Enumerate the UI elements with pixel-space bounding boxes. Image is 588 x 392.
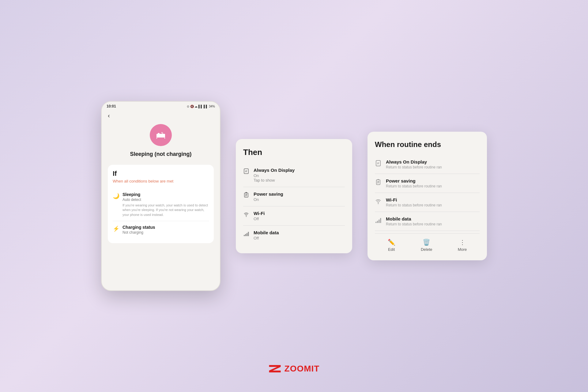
then-item-mobiledata[interactable]: Mobile data Off bbox=[243, 226, 345, 245]
status-icons: ⊙ 🔇 ☁ ▌▌ ▌▌ 34% bbox=[187, 105, 215, 108]
more-label: More bbox=[458, 247, 467, 252]
svg-rect-28 bbox=[377, 221, 378, 223]
then-wifi-title: Wi-Fi bbox=[254, 211, 345, 216]
condition-sleeping[interactable]: 🌙 Sleeping Auto detect If you're wearing… bbox=[113, 188, 209, 221]
then-title: Then bbox=[243, 148, 345, 157]
back-button[interactable]: ‹ bbox=[108, 112, 214, 119]
ends-wifi-content: Wi-Fi Return to status before routine ra… bbox=[386, 197, 480, 207]
ends-md-content: Mobile data Return to status before rout… bbox=[386, 216, 480, 226]
then-aod-title: Always On Display bbox=[254, 168, 345, 173]
svg-marker-31 bbox=[269, 365, 281, 372]
svg-rect-25 bbox=[378, 179, 379, 180]
ends-item-mobiledata[interactable]: Mobile data Return to status before rout… bbox=[375, 212, 480, 231]
ends-item-wifi[interactable]: Wi-Fi Return to status before routine ra… bbox=[375, 193, 480, 212]
phone-content: ‹ Sleeping (not charging) bbox=[102, 110, 220, 290]
ends-ps-title: Power saving bbox=[386, 178, 480, 183]
svg-rect-18 bbox=[376, 160, 380, 166]
then-md-value: Off bbox=[254, 236, 345, 240]
ends-wifi-subtitle: Return to status before routine ran bbox=[386, 203, 480, 207]
then-item-powersaving[interactable]: Power saving On bbox=[243, 187, 345, 206]
edit-icon: ✏️ bbox=[388, 239, 395, 246]
when-ends-title: When routine ends bbox=[375, 140, 480, 149]
routine-icon-container bbox=[108, 124, 214, 146]
ends-md-title: Mobile data bbox=[386, 216, 480, 221]
svg-rect-17 bbox=[248, 232, 249, 236]
status-icon-set: ⊙ 🔇 ☁ ▌▌ ▌▌ 34% bbox=[187, 105, 215, 108]
svg-point-13 bbox=[246, 216, 247, 217]
then-ps-title: Power saving bbox=[254, 191, 345, 197]
zoomit-brand-text: ZOOMIT bbox=[285, 364, 320, 374]
ends-aod-content: Always On Display Return to status befor… bbox=[386, 159, 480, 169]
then-ps-value: On bbox=[254, 197, 345, 202]
ends-footer: ✏️ Edit 🗑️ Delete ⋮ More bbox=[375, 233, 480, 252]
svg-rect-5 bbox=[244, 169, 248, 174]
then-md-title: Mobile data bbox=[254, 230, 345, 235]
svg-rect-27 bbox=[375, 222, 377, 223]
condition-sleeping-text: Sleeping Auto detect If you're wearing y… bbox=[123, 192, 209, 217]
then-item-aod[interactable]: Always On Display On Tap to show bbox=[243, 163, 345, 187]
zoomit-z-logo bbox=[269, 364, 282, 374]
svg-rect-12 bbox=[246, 192, 247, 193]
then-wifi-value: Off bbox=[254, 217, 345, 221]
delete-label: Delete bbox=[421, 247, 432, 252]
ends-md-subtitle: Return to status before routine ran bbox=[386, 222, 480, 226]
then-item-mobiledata-content: Mobile data Off bbox=[254, 230, 345, 240]
then-item-powersaving-content: Power saving On bbox=[254, 191, 345, 202]
phone-mockup: 10:01 ⊙ 🔇 ☁ ▌▌ ▌▌ 34% ‹ bbox=[101, 101, 221, 291]
ends-aod-subtitle: Return to status before routine ran bbox=[386, 165, 480, 169]
then-item-wifi[interactable]: Wi-Fi Off bbox=[243, 206, 345, 226]
main-container: 10:01 ⊙ 🔇 ☁ ▌▌ ▌▌ 34% ‹ bbox=[89, 89, 499, 303]
svg-point-26 bbox=[378, 203, 379, 204]
status-bar: 10:01 ⊙ 🔇 ☁ ▌▌ ▌▌ 34% bbox=[102, 102, 220, 110]
then-item-wifi-content: Wi-Fi Off bbox=[254, 211, 345, 221]
more-button[interactable]: ⋮ More bbox=[458, 239, 467, 252]
then-aod-value2: Tap to show bbox=[254, 178, 345, 183]
status-time: 10:01 bbox=[107, 104, 116, 108]
moon-icon: 🌙 bbox=[113, 193, 119, 199]
ends-aod-icon bbox=[375, 160, 382, 168]
ends-item-aod[interactable]: Always On Display Return to status befor… bbox=[375, 155, 480, 174]
svg-point-4 bbox=[158, 133, 160, 135]
ends-wifi-icon bbox=[375, 198, 382, 206]
edit-button[interactable]: ✏️ Edit bbox=[388, 239, 395, 252]
svg-rect-14 bbox=[244, 235, 245, 236]
condition-sleeping-desc: If you're wearing your watch, your watch… bbox=[123, 203, 209, 217]
if-section-card: If When all conditions below are met 🌙 S… bbox=[108, 165, 214, 243]
svg-rect-15 bbox=[245, 234, 246, 236]
aod-icon bbox=[243, 168, 249, 176]
svg-rect-29 bbox=[379, 220, 380, 223]
signal-icon bbox=[243, 231, 249, 238]
then-panel: Then Always On Display On Tap to show bbox=[236, 139, 352, 253]
svg-rect-16 bbox=[247, 233, 247, 236]
svg-rect-30 bbox=[380, 218, 381, 223]
powersaving-icon bbox=[243, 192, 249, 200]
if-header: If bbox=[113, 170, 209, 178]
condition-charging[interactable]: ⚡ Charging status Not charging bbox=[113, 221, 209, 238]
svg-rect-1 bbox=[156, 134, 165, 136]
bolt-icon: ⚡ bbox=[113, 225, 119, 232]
ends-ps-subtitle: Return to status before routine ran bbox=[386, 184, 480, 188]
wifi-icon bbox=[243, 211, 249, 219]
ends-wifi-title: Wi-Fi bbox=[386, 197, 480, 202]
svg-rect-3 bbox=[164, 138, 165, 139]
condition-sleeping-title: Sleeping bbox=[123, 192, 209, 197]
condition-sleeping-subtitle: Auto detect bbox=[123, 198, 209, 202]
delete-button[interactable]: 🗑️ Delete bbox=[421, 239, 432, 252]
routine-icon bbox=[150, 124, 172, 146]
if-subtitle: When all conditions below are met bbox=[113, 179, 209, 183]
ends-aod-title: Always On Display bbox=[386, 159, 480, 164]
then-aod-value: On bbox=[254, 173, 345, 178]
ends-signal-icon bbox=[375, 217, 382, 225]
edit-label: Edit bbox=[388, 247, 395, 252]
svg-rect-2 bbox=[156, 138, 157, 139]
then-item-aod-content: Always On Display On Tap to show bbox=[254, 168, 345, 183]
ends-ps-content: Power saving Return to status before rou… bbox=[386, 178, 480, 188]
ends-ps-icon bbox=[375, 179, 382, 187]
ends-item-powersaving[interactable]: Power saving Return to status before rou… bbox=[375, 174, 480, 193]
condition-charging-text: Charging status Not charging bbox=[123, 225, 209, 235]
routine-title: Sleeping (not charging) bbox=[108, 151, 214, 157]
zoomit-logo: ZOOMIT bbox=[269, 364, 320, 374]
delete-icon: 🗑️ bbox=[423, 239, 430, 246]
when-ends-panel: When routine ends Always On Display Retu… bbox=[368, 132, 487, 260]
more-icon: ⋮ bbox=[459, 239, 466, 246]
